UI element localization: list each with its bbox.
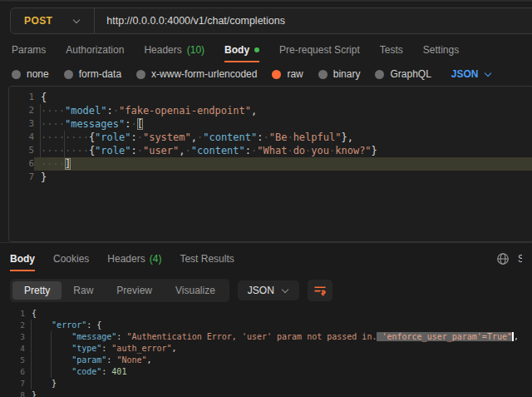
line-number: 8 (0, 390, 25, 397)
code-token: 401 (111, 367, 126, 376)
code-token: "role" (95, 132, 131, 143)
code-token: : (116, 332, 126, 341)
radio-icon (318, 70, 328, 79)
chevron-down-icon (282, 285, 288, 292)
whitespace-dot: · (52, 105, 58, 117)
bodymode-label: x-www-form-urlencoded (151, 68, 257, 80)
code-token: } (372, 145, 377, 156)
code-token: }, (341, 132, 352, 143)
bodymode-form-data[interactable]: form-data (64, 68, 121, 80)
code-token: : { (86, 320, 101, 330)
tab-body[interactable]: Body (224, 37, 259, 62)
tab-label: Cookies (53, 253, 89, 265)
code-token: "auth_error" (111, 344, 171, 353)
tab-headers[interactable]: Headers(10) (144, 37, 204, 62)
bodymode-label: GraphQL (390, 68, 431, 80)
code-token: "message" (71, 332, 116, 341)
response-tab-cookies[interactable]: Cookies (53, 253, 89, 271)
code-token: "fake-openai-endpoint" (119, 105, 251, 117)
code-line-content: ····] (34, 157, 532, 171)
request-body-editor[interactable]: 1{2····"model":·"fake-openai-endpoint",3… (8, 86, 532, 242)
request-tabs: ParamsAuthorizationHeaders(10)BodyPre-re… (0, 37, 532, 62)
line-number: 4 (9, 131, 34, 144)
response-language-select[interactable]: JSON (238, 280, 299, 300)
chevron-down-icon (484, 69, 490, 76)
bodymode-label: raw (287, 68, 303, 80)
whitespace-dot: · (52, 132, 58, 143)
tab-label: Headers (144, 44, 181, 56)
bodymode-x-www-form-urlencoded[interactable]: x-www-form-urlencoded (136, 68, 257, 80)
code-line-content: "message": "Authentication Error, 'user'… (25, 331, 532, 343)
tab-label: Body (224, 44, 249, 56)
postman-window: POST http://0.0.0.0:4000/v1/chat/complet… (0, 0, 532, 397)
code-line: 8} (0, 390, 532, 397)
response-tab-test-results[interactable]: Test Results (180, 253, 234, 271)
request-url-bar: POST http://0.0.0.0:4000/v1/chat/complet… (10, 7, 532, 34)
code-token: { (32, 309, 37, 318)
code-line: 5 "param": "None", (0, 355, 532, 366)
response-tab-body[interactable]: Body (10, 253, 35, 271)
bodymode-label: binary (333, 68, 361, 80)
unsaved-dot-icon (254, 47, 259, 52)
code-line: 3 "message": "Authentication Error, 'use… (0, 331, 532, 343)
view-preview[interactable]: Preview (105, 281, 164, 300)
code-line-content: ········{"role":·"user",·"content":·"Wha… (34, 144, 532, 157)
tab-label: Headers (107, 253, 145, 265)
method-select[interactable]: POST (11, 8, 94, 33)
globe-button[interactable] (496, 252, 510, 265)
content-type-label: JSON (451, 68, 479, 80)
response-body-editor[interactable]: 1{2 "error": {3 "message": "Authenticati… (0, 306, 532, 397)
code-token (32, 367, 71, 376)
line-number: 6 (0, 366, 25, 378)
line-number: 3 (0, 331, 25, 343)
wrap-text-button[interactable] (308, 280, 332, 301)
code-token: ···· (41, 118, 65, 130)
code-token: , (514, 332, 519, 341)
whitespace-dot: · (137, 145, 143, 156)
url-input[interactable]: http://0.0.0.0:4000/v1/chat/completions (95, 15, 285, 27)
view-raw[interactable]: Raw (62, 281, 105, 300)
code-token: ···· (41, 105, 65, 117)
code-token: "What·do·you·know?" (257, 145, 371, 156)
bodymode-none[interactable]: none (12, 68, 49, 80)
method-label: POST (24, 15, 52, 27)
code-token: ,· (191, 132, 203, 143)
code-token: "error" (52, 320, 86, 330)
code-line-content: "type": "auth_error", (25, 343, 532, 355)
bodymode-binary[interactable]: binary (318, 68, 361, 80)
whitespace-dot: · (59, 118, 65, 130)
tab-settings[interactable]: Settings (423, 37, 459, 62)
code-token: } (32, 390, 37, 397)
radio-icon (375, 70, 384, 79)
response-tab-headers[interactable]: Headers(4) (107, 253, 161, 271)
bodymode-raw[interactable]: raw (272, 68, 303, 80)
whitespace-dot: · (185, 145, 191, 156)
tab-tests[interactable]: Tests (380, 37, 403, 62)
whitespace-dot: · (52, 158, 58, 170)
code-line: 4 "type": "auth_error", (0, 343, 532, 355)
code-line: 6····] (9, 157, 532, 171)
view-pretty[interactable]: Pretty (12, 281, 62, 300)
radio-icon (64, 70, 73, 79)
response-toolbar: PrettyRawPreviewVisualize JSON (10, 279, 522, 302)
status-text-clipped: S (518, 253, 522, 265)
bodymode-graphql[interactable]: GraphQL (375, 68, 431, 80)
code-token (32, 320, 52, 330)
code-line: 1{ (0, 308, 532, 320)
line-number: 5 (9, 144, 34, 157)
code-token: ···· (41, 158, 65, 170)
code-token: "None" (116, 355, 146, 365)
view-visualize[interactable]: Visualize (164, 281, 227, 300)
whitespace-dot: · (59, 158, 65, 170)
tab-authorization[interactable]: Authorization (66, 37, 124, 62)
code-token: , (147, 355, 152, 365)
radio-icon (12, 70, 21, 79)
content-type-select[interactable]: JSON (451, 68, 492, 80)
whitespace-dot: · (59, 105, 65, 117)
tab-params[interactable]: Params (12, 37, 46, 62)
tab-label: Body (10, 253, 35, 265)
tab-pre-request-script[interactable]: Pre-request Script (279, 37, 360, 62)
whitespace-dot: · (52, 118, 58, 130)
whitespace-dot: · (83, 145, 89, 156)
line-number: 5 (0, 355, 25, 366)
